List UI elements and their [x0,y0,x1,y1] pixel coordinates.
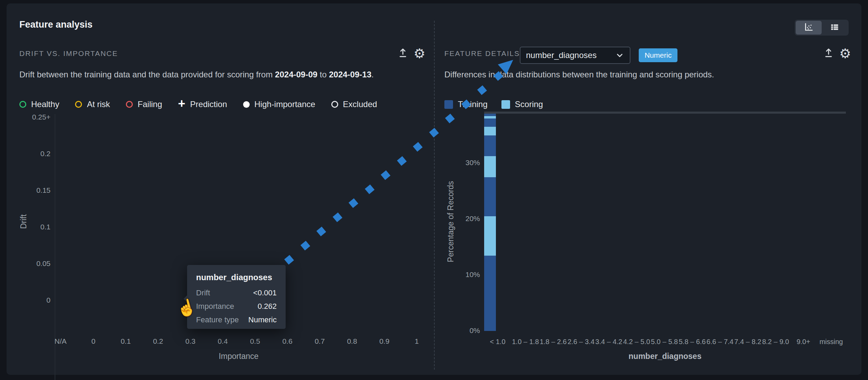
chart-view-button[interactable] [796,21,822,35]
feature-select-dropdown[interactable]: number_diagnoses [520,47,630,64]
drift-importance-title: DRIFT VS. IMPORTANCE [19,49,118,58]
x-tick-label: 1 [401,337,432,345]
at risk-marker-icon [75,101,82,108]
scatter-chart-icon [804,22,813,33]
y-tick-label: 0% [450,326,480,335]
feature-select-value: number_diagnoses [526,50,597,60]
table-view-button[interactable] [822,21,848,35]
excluded-marker-icon [331,101,338,108]
tooltip-row-importance: Importance0.262 [196,302,277,311]
x-tick-label: 0.8 [336,337,368,345]
bar-scoring-4[interactable] [484,156,496,177]
x-tick-label: 0.1 [110,337,141,345]
end-date: 2024-09-13 [329,70,371,79]
legend-item-healthy[interactable]: Healthy [19,99,59,109]
bar-training-5[interactable] [484,177,496,216]
y-axis-title: Drift [19,201,28,243]
tooltip-row-value: <0.001 [253,288,277,297]
page-title: Feature analysis [19,19,93,30]
bar-legend: TrainingScoring [444,99,543,109]
training-swatch-icon [444,100,453,109]
export-button[interactable] [397,47,409,60]
tooltip-row-value: Numeric [248,315,277,324]
settings-button-right[interactable]: ⚙ [839,47,851,60]
x-tick-label: 0.4 [207,337,238,345]
settings-button[interactable]: ⚙ [413,47,426,60]
y-axis-title: Percentage of Records [446,179,455,265]
bar-training-6[interactable] [484,256,496,331]
bar-training-4[interactable] [484,135,496,156]
gridline [55,327,55,380]
feature-type-badge: Numeric [639,48,677,62]
tooltip-row-label: Drift [196,288,210,297]
y-tick-label: 0.05 [10,259,50,268]
tooltip-row-label: Importance [196,302,234,311]
gridline [55,114,55,327]
legend-label: Failing [138,99,162,109]
legend-label: Healthy [31,99,59,109]
prediction-marker-icon: + [178,100,185,107]
legend-label: Excluded [343,99,377,109]
tooltip-row-drift: Drift<0.001 [196,288,277,297]
tooltip-row-label: Feature type [196,315,239,324]
x-tick-label: missing [812,338,850,346]
start-date: 2024-09-09 [275,70,317,79]
legend-item-scoring[interactable]: Scoring [501,99,543,109]
y-tick-label: 10% [450,270,480,279]
y-tick-label: 0.15 [10,186,50,194]
export-icon [397,47,408,60]
drift-description: Drift between the training data and the … [19,70,374,79]
y-tick-label: 0 [10,296,50,304]
x-tick-label: 0.6 [272,337,303,345]
x-tick-label: 0 [78,337,109,345]
legend-item-failing[interactable]: Failing [126,99,162,109]
bar-training-2[interactable] [484,114,496,116]
tooltip-row-value: 0.262 [258,302,277,311]
table-icon [830,22,839,33]
description-suffix: . [371,70,374,79]
app-root: Feature analysis DRIFT VS. IMPORTANCE ⚙ … [0,0,868,380]
description-joiner: to [317,70,329,79]
x-tick-label: 0.3 [175,337,206,345]
legend-item-high-importance[interactable]: High-importance [243,99,315,109]
high-importance-marker-icon [243,101,250,108]
gridline [484,113,846,114]
y-tick-label: 30% [450,159,480,167]
y-tick-label: 0.2 [10,150,50,158]
legend-item-excluded[interactable]: Excluded [331,99,377,109]
legend-item-at-risk[interactable]: At risk [75,99,110,109]
y-tick-label: 0.1 [10,223,50,231]
healthy-marker-icon [19,101,26,108]
export-button-right[interactable] [822,47,835,60]
x-tick-label: 0.9 [369,337,400,345]
failing-marker-icon [126,101,133,108]
tooltip-feature-name: number_diagnoses [196,273,277,282]
view-toggle [795,20,849,36]
y-tick-label: 0.25+ [10,113,50,121]
x-axis-title: Importance [204,352,273,361]
export-icon [823,47,834,60]
point-tooltip: number_diagnoses Drift<0.001Importance0.… [187,265,286,329]
x-axis-title: number_diagnoses [622,352,708,361]
x-tick-label: 0.7 [304,337,335,345]
tooltip-row-feature-type: Feature typeNumeric [196,315,277,324]
gear-icon: ⚙ [839,47,851,60]
gear-icon: ⚙ [414,47,425,60]
scatter-legend: HealthyAt riskFailing+PredictionHigh-imp… [19,99,377,109]
scoring-swatch-icon [501,100,510,109]
chevron-down-icon [615,51,624,60]
x-tick-label: 0.5 [240,337,271,345]
x-tick-label: N/A [45,337,76,345]
legend-label: Prediction [190,99,227,109]
legend-label: At risk [87,99,110,109]
legend-label: Scoring [515,99,543,109]
panel-divider [434,21,435,370]
bar-scoring-5[interactable] [484,216,496,255]
x-tick-label: 0.2 [142,337,174,345]
bar-training-3[interactable] [484,118,496,127]
feature-distribution-chart[interactable] [484,112,846,331]
legend-item-prediction[interactable]: +Prediction [178,99,227,109]
description-text: Drift between the training data and the … [19,70,275,79]
legend-label: High-importance [255,99,315,109]
bar-scoring-3[interactable] [484,127,496,135]
